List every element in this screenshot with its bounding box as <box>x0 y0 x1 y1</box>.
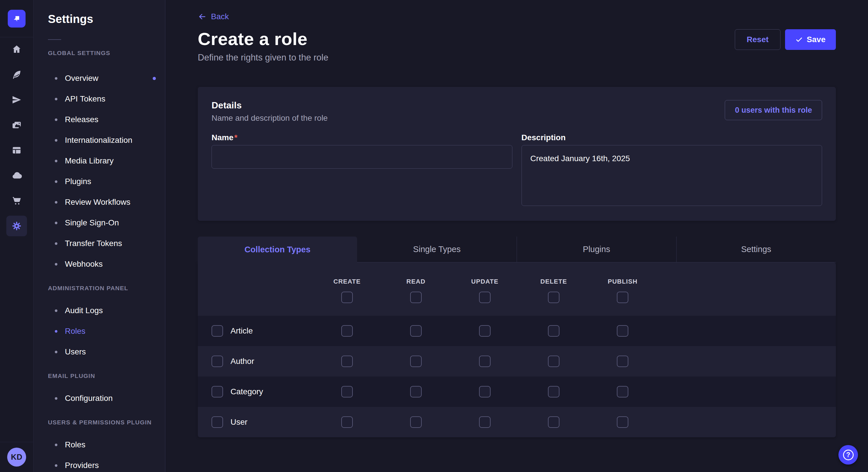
checkbox-author-create[interactable] <box>341 356 353 367</box>
sidebar-item-users[interactable]: Users <box>48 341 165 362</box>
checkbox-all-publish[interactable] <box>617 292 628 303</box>
checkbox-article-create[interactable] <box>341 325 353 337</box>
checkbox-user-delete[interactable] <box>548 416 559 428</box>
checkbox-category-update[interactable] <box>479 386 491 398</box>
strapi-logo[interactable] <box>8 10 26 28</box>
checkbox-article-read[interactable] <box>410 325 422 337</box>
role-description-textarea[interactable] <box>522 145 823 206</box>
email-plugin-list: Configuration <box>48 388 165 409</box>
bullet-icon <box>55 242 57 245</box>
settings-gear-icon[interactable] <box>6 216 27 236</box>
checkbox-category-delete[interactable] <box>548 386 559 398</box>
checkbox-user-row[interactable] <box>212 416 223 428</box>
checkbox-category-publish[interactable] <box>617 386 628 398</box>
name-field-label: Name* <box>212 133 513 142</box>
paper-plane-icon[interactable] <box>6 90 27 110</box>
checkbox-category-read[interactable] <box>410 386 422 398</box>
sidebar-item-single-sign-on[interactable]: Single Sign-On <box>48 212 165 233</box>
column-header-update: UPDATE <box>471 278 499 285</box>
page-title: Create a role <box>198 29 329 49</box>
table-row-user[interactable]: User <box>198 407 836 437</box>
checkbox-user-update[interactable] <box>479 416 491 428</box>
sidebar-item-up-roles[interactable]: Roles <box>48 434 165 455</box>
checkbox-article-row[interactable] <box>212 325 223 337</box>
column-header-read: READ <box>406 278 425 285</box>
help-button[interactable]: ? <box>838 445 858 465</box>
sidebar-item-releases[interactable]: Releases <box>48 109 165 130</box>
permissions-section: Collection Types Single Types Plugins Se… <box>198 237 836 437</box>
bullet-icon <box>55 330 57 333</box>
marketplace-cart-icon[interactable] <box>6 191 27 211</box>
bullet-icon <box>55 263 57 266</box>
tab-single-types[interactable]: Single Types <box>357 237 516 262</box>
sidebar-item-configuration[interactable]: Configuration <box>48 388 165 409</box>
sidebar-item-plugins[interactable]: Plugins <box>48 171 165 192</box>
checkbox-article-update[interactable] <box>479 325 491 337</box>
cloud-icon[interactable] <box>6 165 27 186</box>
checkbox-category-row[interactable] <box>212 386 223 398</box>
question-mark-icon: ? <box>843 450 854 460</box>
bullet-icon <box>55 119 57 121</box>
checkbox-all-delete[interactable] <box>548 292 559 303</box>
role-name-input[interactable] <box>212 145 513 169</box>
tab-plugins[interactable]: Plugins <box>517 237 676 262</box>
content-manager-icon[interactable] <box>6 140 27 161</box>
checkbox-user-create[interactable] <box>341 416 353 428</box>
checkbox-all-read[interactable] <box>410 292 422 303</box>
global-settings-list: Overview API Tokens Releases Internation… <box>48 68 165 274</box>
home-icon[interactable] <box>6 39 27 60</box>
save-button[interactable]: Save <box>785 29 836 50</box>
checkbox-author-publish[interactable] <box>617 356 628 367</box>
users-permissions-list: Roles Providers <box>48 434 165 472</box>
row-label: Category <box>230 387 263 396</box>
sidebar-item-transfer-tokens[interactable]: Transfer Tokens <box>48 233 165 254</box>
section-heading-administration-panel: ADMINISTRATION PANEL <box>48 285 165 292</box>
sidebar-item-review-workflows[interactable]: Review Workflows <box>48 192 165 212</box>
sidebar-item-providers[interactable]: Providers <box>48 455 165 472</box>
checkbox-user-publish[interactable] <box>617 416 628 428</box>
checkbox-article-delete[interactable] <box>548 325 559 337</box>
tab-collection-types[interactable]: Collection Types <box>198 237 357 262</box>
settings-subnav: Settings GLOBAL SETTINGS Overview API To… <box>34 0 165 472</box>
checkbox-author-row[interactable] <box>212 356 223 367</box>
checkbox-author-read[interactable] <box>410 356 422 367</box>
bullet-icon <box>55 351 57 353</box>
table-row-article[interactable]: Article <box>198 316 836 346</box>
section-heading-email-plugin: EMAIL PLUGIN <box>48 372 165 379</box>
checkbox-user-read[interactable] <box>410 416 422 428</box>
checkbox-author-delete[interactable] <box>548 356 559 367</box>
bullet-icon <box>55 180 57 183</box>
page-subtitle: Define the rights given to the role <box>198 53 329 63</box>
reset-button[interactable]: Reset <box>735 29 780 50</box>
feather-icon[interactable] <box>6 64 27 85</box>
back-link[interactable]: Back <box>198 12 836 21</box>
sidebar-item-roles-active[interactable]: Roles <box>48 321 165 341</box>
sidebar-item-api-tokens[interactable]: API Tokens <box>48 89 165 109</box>
sidebar-item-internationalization[interactable]: Internationalization <box>48 130 165 150</box>
media-library-icon[interactable] <box>6 115 27 135</box>
sidebar-item-media-library[interactable]: Media Library <box>48 150 165 171</box>
table-row-category[interactable]: Category <box>198 376 836 407</box>
bullet-icon <box>55 139 57 142</box>
sidebar-item-overview[interactable]: Overview <box>48 68 165 89</box>
bullet-icon <box>55 77 57 80</box>
sidebar-item-webhooks[interactable]: Webhooks <box>48 254 165 274</box>
details-card: Details Name and description of the role… <box>198 87 836 221</box>
permissions-panel: CREATE READ UPDATE DELETE PUBLISH Articl… <box>198 262 836 437</box>
main-nav-rail: KD <box>0 0 34 472</box>
user-avatar[interactable]: KD <box>7 448 26 467</box>
table-row-author[interactable]: Author <box>198 346 836 376</box>
bullet-icon <box>55 397 57 400</box>
sidebar-item-audit-logs[interactable]: Audit Logs <box>48 300 165 321</box>
details-card-title: Details <box>212 100 328 111</box>
users-with-role-button[interactable]: 0 users with this role <box>725 100 822 120</box>
row-label: Article <box>230 326 253 336</box>
subnav-title: Settings <box>48 12 165 26</box>
checkbox-author-update[interactable] <box>479 356 491 367</box>
tab-settings[interactable]: Settings <box>676 237 836 262</box>
checkbox-category-create[interactable] <box>341 386 353 398</box>
checkbox-all-create[interactable] <box>341 292 353 303</box>
checkbox-article-publish[interactable] <box>617 325 628 337</box>
permissions-header: CREATE READ UPDATE DELETE PUBLISH <box>198 262 836 316</box>
checkbox-all-update[interactable] <box>479 292 491 303</box>
